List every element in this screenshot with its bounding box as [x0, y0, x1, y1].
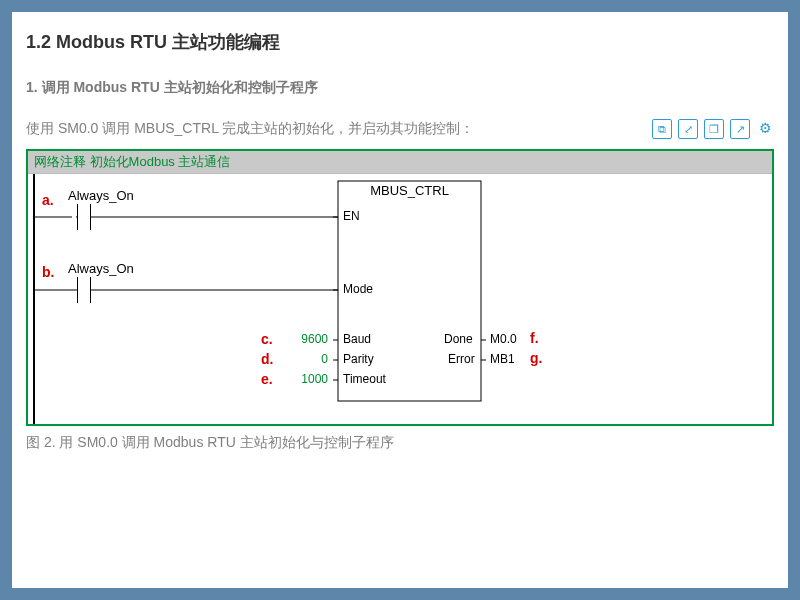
pin-timeout: Timeout: [343, 372, 386, 386]
val-error: MB1: [490, 352, 515, 366]
rung1-tag: Always_On: [68, 188, 134, 203]
svg-rect-9: [78, 277, 90, 303]
body-text: 使用 SM0.0 调用 MBUS_CTRL 完成主站的初始化，并启动其功能控制：: [26, 120, 652, 138]
val-timeout: 1000: [283, 372, 328, 386]
val-parity: 0: [283, 352, 328, 366]
pin-en: EN: [343, 209, 360, 223]
network-comment: 网络注释 初始化Modbus 主站通信: [28, 151, 772, 174]
section-heading: 1.2 Modbus RTU 主站功能编程: [26, 30, 774, 54]
fb-title: MBUS_CTRL: [368, 183, 451, 198]
figure-toolbar: ⧉ ⤢ ❐ ↗ ⚙: [652, 119, 774, 139]
pin-error: Error: [448, 352, 475, 366]
pin-baud: Baud: [343, 332, 371, 346]
window-frame: 1.2 Modbus RTU 主站功能编程 1. 调用 Modbus RTU 主…: [0, 0, 800, 600]
val-done: M0.0: [490, 332, 517, 346]
annotation-e: e.: [261, 371, 273, 387]
pin-mode: Mode: [343, 282, 373, 296]
svg-rect-6: [78, 204, 90, 230]
svg-rect-3: [72, 204, 76, 230]
window-icon[interactable]: ❐: [704, 119, 724, 139]
annotation-g: g.: [530, 350, 542, 366]
annotation-a: a.: [42, 192, 54, 208]
annotation-d: d.: [261, 351, 273, 367]
copy-icon[interactable]: ⧉: [652, 119, 672, 139]
annotation-f: f.: [530, 330, 539, 346]
pin-parity: Parity: [343, 352, 374, 366]
annotation-c: c.: [261, 331, 273, 347]
page-content: 1.2 Modbus RTU 主站功能编程 1. 调用 Modbus RTU 主…: [12, 12, 788, 588]
step-heading: 1. 调用 Modbus RTU 主站初始化和控制子程序: [26, 79, 774, 97]
annotation-b: b.: [42, 264, 54, 280]
figure-caption: 图 2. 用 SM0.0 调用 Modbus RTU 主站初始化与控制子程序: [26, 434, 774, 452]
val-baud: 9600: [283, 332, 328, 346]
pin-done: Done: [444, 332, 473, 346]
expand-icon[interactable]: ⤢: [678, 119, 698, 139]
settings-icon[interactable]: ⚙: [756, 119, 774, 137]
ladder-diagram: 网络注释 初始化Modbus 主站通信: [26, 149, 774, 426]
ladder-canvas: a. Always_On b. Always_On MBUS_CTRL EN M…: [28, 174, 772, 424]
rung2-tag: Always_On: [68, 261, 134, 276]
body-row: 使用 SM0.0 调用 MBUS_CTRL 完成主站的初始化，并启动其功能控制：…: [26, 119, 774, 139]
ladder-wiring: [28, 174, 772, 424]
share-icon[interactable]: ↗: [730, 119, 750, 139]
